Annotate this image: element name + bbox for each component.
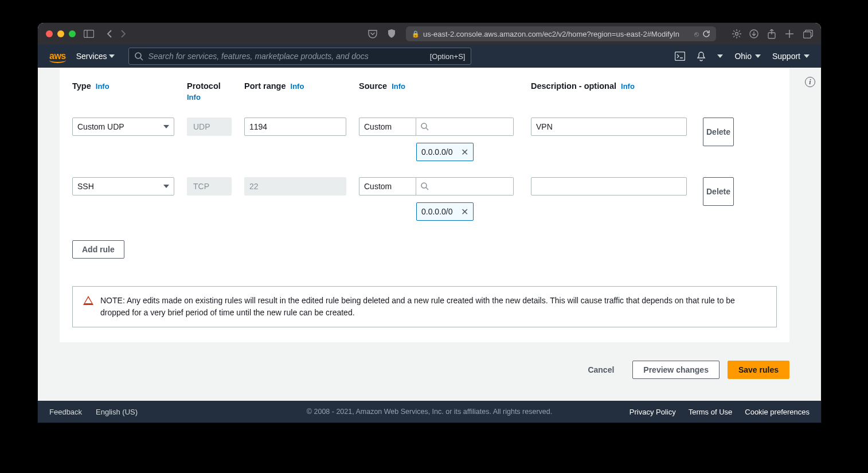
svg-line-18 <box>140 58 143 60</box>
svg-line-10 <box>739 30 740 32</box>
aws-logo[interactable]: aws <box>49 51 66 61</box>
sidebar-toggle-icon[interactable] <box>84 30 94 38</box>
svg-line-9 <box>733 36 734 37</box>
rule-row: SSH TCP 22 Custom 0.0.0.0/0 <box>72 177 777 221</box>
downloads-icon[interactable] <box>749 29 758 38</box>
region-label: Ohio <box>734 52 752 61</box>
info-link[interactable]: Info <box>187 93 244 101</box>
search-placeholder: Search for services, features, marketpla… <box>148 52 425 61</box>
info-link[interactable]: Info <box>291 82 304 91</box>
info-link[interactable]: Info <box>621 82 635 91</box>
svg-point-20 <box>421 123 427 128</box>
privacy-link[interactable]: Privacy Policy <box>630 408 676 416</box>
description-input[interactable] <box>531 177 687 196</box>
svg-point-2 <box>736 33 738 36</box>
account-menu-icon[interactable] <box>717 54 723 58</box>
warning-text: NOTE: Any edits made on existing rules w… <box>100 295 766 319</box>
chevron-down-icon <box>804 54 810 58</box>
protocol-value: TCP <box>187 177 232 196</box>
add-rule-button[interactable]: Add rule <box>72 240 124 259</box>
cidr-tag: 0.0.0.0/0 ✕ <box>416 143 474 161</box>
aws-search-box[interactable]: Search for services, features, marketpla… <box>128 48 471 65</box>
cookie-link[interactable]: Cookie preferences <box>745 408 810 416</box>
language-selector[interactable]: English (US) <box>96 408 141 416</box>
lock-icon: 🔒 <box>412 30 420 38</box>
port-value: 1194 <box>249 122 267 131</box>
rules-card: TypeInfo ProtocolInfo Port rangeInfo Sou… <box>60 68 789 342</box>
shield-icon[interactable] <box>388 29 396 38</box>
source-search-input[interactable] <box>416 177 514 196</box>
cidr-value: 0.0.0.0/0 <box>421 207 453 216</box>
type-select[interactable]: Custom UDP <box>72 118 174 136</box>
support-label: Support <box>772 52 800 61</box>
preview-changes-button[interactable]: Preview changes <box>632 361 720 379</box>
source-mode-value: Custom <box>364 122 392 131</box>
svg-point-22 <box>421 183 427 188</box>
type-select[interactable]: SSH <box>72 177 174 196</box>
forward-button[interactable] <box>120 30 126 38</box>
port-value: 22 <box>249 182 259 191</box>
chevron-down-icon <box>755 54 761 58</box>
action-bar: Cancel Preview changes Save rules <box>38 354 821 386</box>
reload-icon[interactable] <box>702 30 710 38</box>
save-rules-button[interactable]: Save rules <box>728 361 789 379</box>
port-input[interactable]: 1194 <box>244 118 346 136</box>
remove-cidr-icon[interactable]: ✕ <box>461 147 468 158</box>
description-value: VPN <box>536 122 553 131</box>
share-icon[interactable] <box>768 29 776 39</box>
type-value: Custom UDP <box>77 122 124 131</box>
delete-rule-button[interactable]: Delete <box>703 177 734 206</box>
source-mode-select[interactable]: Custom <box>359 177 416 196</box>
url-bar[interactable]: 🔒 us-east-2.console.aws.amazon.com/ec2/v… <box>406 26 716 41</box>
svg-rect-16 <box>804 32 811 38</box>
col-source: SourceInfo <box>359 81 531 101</box>
services-label: Services <box>76 52 107 61</box>
svg-line-8 <box>739 36 740 37</box>
pocket-icon[interactable] <box>368 30 377 38</box>
protocol-value: UDP <box>187 118 232 136</box>
services-menu[interactable]: Services <box>76 52 115 61</box>
settings-gear-icon[interactable] <box>732 29 741 38</box>
chevron-down-icon <box>109 54 115 58</box>
search-icon <box>421 123 429 131</box>
info-panel-toggle-icon[interactable]: i <box>805 77 815 87</box>
col-type: TypeInfo <box>72 81 187 101</box>
copyright-text: © 2008 - 2021, Amazon Web Services, Inc.… <box>307 408 552 416</box>
chevron-down-icon <box>163 125 169 128</box>
maximize-window-button[interactable] <box>69 30 76 37</box>
tabs-overview-icon[interactable] <box>803 30 813 38</box>
svg-rect-0 <box>84 30 94 38</box>
search-shortcut: [Option+S] <box>430 52 466 61</box>
back-button[interactable] <box>107 30 112 38</box>
search-icon <box>421 182 429 190</box>
description-input[interactable]: VPN <box>531 118 687 136</box>
translate-icon[interactable]: ⎋ <box>694 30 699 38</box>
terms-link[interactable]: Terms of Use <box>689 408 733 416</box>
url-text: us-east-2.console.aws.amazon.com/ec2/v2/… <box>423 30 679 38</box>
cloudshell-icon[interactable] <box>675 52 685 61</box>
traffic-lights <box>46 30 76 37</box>
warning-box: NOTE: Any edits made on existing rules w… <box>72 286 777 327</box>
minimize-window-button[interactable] <box>57 30 64 37</box>
aws-footer: Feedback English (US) © 2008 - 2021, Ama… <box>38 401 821 423</box>
language-label: English (US) <box>96 408 138 416</box>
search-icon <box>135 52 143 61</box>
new-tab-icon[interactable] <box>785 29 794 38</box>
delete-rule-button[interactable]: Delete <box>703 118 734 146</box>
feedback-link[interactable]: Feedback <box>49 408 82 416</box>
cidr-value: 0.0.0.0/0 <box>421 147 453 157</box>
source-search-input[interactable] <box>416 118 514 136</box>
svg-line-23 <box>426 187 428 190</box>
chevron-down-icon <box>163 185 169 188</box>
info-link[interactable]: Info <box>392 82 405 91</box>
region-selector[interactable]: Ohio <box>734 52 761 61</box>
cancel-button[interactable]: Cancel <box>577 361 624 379</box>
remove-cidr-icon[interactable]: ✕ <box>461 206 468 217</box>
source-mode-select[interactable]: Custom <box>359 118 416 136</box>
col-description: Description - optionalInfo <box>531 81 703 101</box>
info-link[interactable]: Info <box>96 82 110 91</box>
rule-row: Custom UDP UDP 1194 Custom 0. <box>72 118 777 161</box>
notifications-icon[interactable] <box>697 52 706 61</box>
support-menu[interactable]: Support <box>772 52 810 61</box>
close-window-button[interactable] <box>46 30 53 37</box>
